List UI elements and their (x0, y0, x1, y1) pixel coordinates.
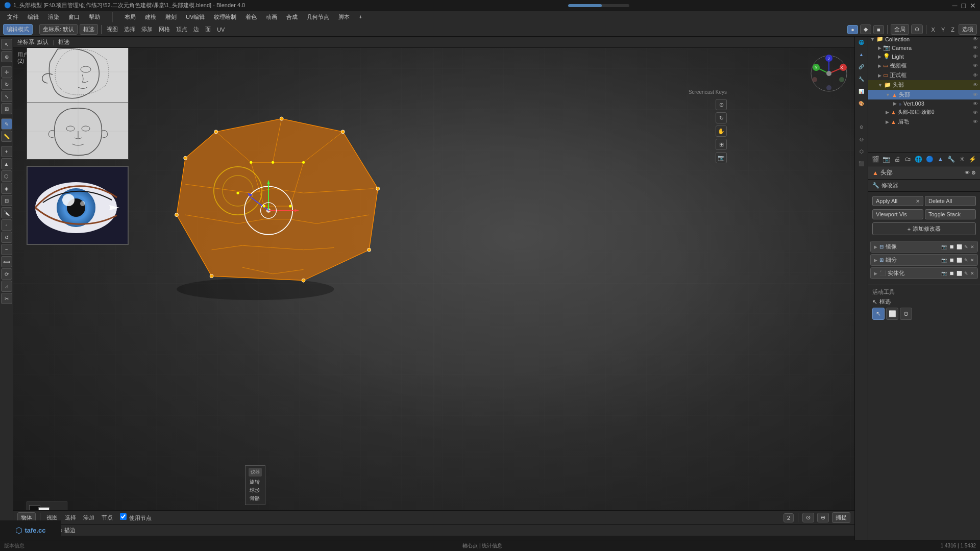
tree-item-head-neck[interactable]: ▶ ▲ 头部-加细·颈部0 👁 (868, 108, 980, 117)
workspace-uv[interactable]: UV编辑 (182, 12, 209, 22)
menu-help[interactable]: 帮助 (85, 12, 104, 22)
object-props-btn[interactable]: ▲ (935, 154, 945, 165)
subdiv-viewport-icon[interactable]: ⬜ (957, 258, 962, 263)
mirror-render-icon[interactable]: 🔲 (949, 244, 954, 249)
viewport-vis-btn[interactable]: Viewport Vis (872, 209, 923, 219)
eye-icon-camera[interactable]: 👁 (973, 45, 978, 51)
workspace-scripting[interactable]: 脚本 (334, 12, 354, 22)
tool-box-select-btn[interactable]: ⬜ (886, 308, 898, 320)
coord-system-btn[interactable]: 坐标系: 默认 (39, 24, 78, 35)
subdiv-render-icon[interactable]: 🔲 (949, 258, 954, 263)
global-transform-btn[interactable]: 全局 (891, 24, 909, 35)
face-select-mode[interactable]: ■ (873, 25, 884, 34)
obj-options-icon[interactable]: ⚙ (971, 170, 976, 176)
workspace-geometry-nodes[interactable]: 几何节点 (303, 12, 333, 22)
mesh-menu-btn[interactable]: 网格 (157, 24, 172, 34)
subdiv-cam-icon[interactable]: 📷 (941, 258, 947, 263)
measure-tool[interactable]: 📏 (1, 131, 12, 142)
popup-item-2[interactable]: 球形 (249, 486, 262, 494)
mirror-delete-icon[interactable]: ✕ (970, 244, 974, 249)
display-mode-btn[interactable]: ⬛ (856, 158, 867, 169)
eye-icon-head-neck[interactable]: 👁 (973, 110, 978, 115)
view-menu-btn[interactable]: 视图 (105, 24, 120, 34)
toggle-stack-btn[interactable]: Toggle Stack (925, 209, 976, 219)
add-modifier-btn[interactable]: + 添加修改器 (872, 222, 976, 235)
tree-item-camera[interactable]: ▶ 📷 Camera 👁 (868, 43, 980, 52)
bt-add-btn[interactable]: 添加 (81, 513, 96, 522)
transform-tool[interactable]: ⊞ (1, 103, 12, 114)
tree-item-head-folder[interactable]: ▼ 📁 头部 👁 (868, 80, 980, 90)
delete-all-btn[interactable]: Delete All (925, 196, 976, 206)
workspace-shading[interactable]: 着色 (241, 12, 261, 22)
menu-edit[interactable]: 编辑 (23, 12, 43, 22)
snap-toggle[interactable]: ⊙ (802, 513, 814, 522)
overlay-btn[interactable]: ◎ (856, 134, 867, 145)
eye-icon-vert003[interactable]: 👁 (973, 101, 978, 107)
popup-item-1[interactable]: 旋转 (249, 478, 262, 486)
object-icon-btn[interactable]: ▲ (856, 49, 867, 60)
workspace-add[interactable]: + (355, 13, 366, 21)
eye-icon-video[interactable]: 👁 (973, 63, 978, 68)
bevel-tool[interactable]: ◈ (1, 183, 12, 194)
viewport-3d[interactable]: 用户透视 (2) 头部 X Y Z (13, 48, 854, 519)
output-props-btn[interactable]: 🖨 (892, 154, 902, 165)
edge-select-mode[interactable]: ◆ (860, 24, 871, 34)
mirror-edit-icon[interactable]: ✎ (964, 244, 968, 249)
scene-settings-btn[interactable]: 🌐 (914, 154, 924, 165)
vertex-select-mode[interactable]: ● (847, 25, 858, 34)
shrink-tool[interactable]: ⟳ (1, 268, 12, 280)
tree-item-light[interactable]: ▶ 💡 Light 👁 (868, 52, 980, 61)
apply-all-btn[interactable]: Apply All ✕ (872, 196, 923, 206)
smooth-tool[interactable]: ~ (1, 244, 12, 255)
view-layer-btn[interactable]: 🗂 (903, 154, 913, 165)
cursor-tool[interactable]: ⊕ (1, 51, 12, 62)
solidify-edit-icon[interactable]: ✎ (964, 271, 968, 276)
bt-node-btn[interactable]: 节点 (100, 513, 115, 522)
bt-use-vertex-btn[interactable]: 使用节点 (118, 512, 154, 523)
spin-tool[interactable]: ↺ (1, 232, 12, 243)
loop-cut-tool[interactable]: ⊟ (1, 195, 12, 206)
mirror-viewport-icon[interactable]: ⬜ (957, 244, 962, 249)
minimize-btn[interactable]: ─ (952, 2, 958, 10)
menu-window[interactable]: 窗口 (64, 12, 84, 22)
rotate-view-btn[interactable]: ↻ (716, 112, 727, 123)
modifier-icon-btn[interactable]: 🔧 (856, 73, 867, 85)
uv-menu-btn[interactable]: UV (215, 26, 227, 34)
subdiv-edit-icon[interactable]: ✎ (964, 258, 968, 263)
annotate-tool[interactable]: ✎ (1, 118, 12, 130)
add-mesh-tool[interactable]: + (1, 146, 12, 157)
tree-item-video[interactable]: ▶ ▭ 视频框 👁 (868, 61, 980, 70)
eye-icon-ortho[interactable]: 👁 (973, 72, 978, 78)
subdiv-delete-icon[interactable]: ✕ (970, 258, 974, 263)
workspace-sculpt[interactable]: 雕刻 (161, 12, 181, 22)
vertex-menu-btn[interactable]: 顶点 (174, 24, 189, 34)
workspace-texture[interactable]: 纹理绘制 (210, 12, 240, 22)
tool-lasso-btn[interactable]: ⊙ (900, 308, 912, 320)
knife-tool[interactable]: 🔪 (1, 207, 12, 218)
solidify-viewport-icon[interactable]: ⬜ (957, 271, 962, 276)
select-menu-btn[interactable]: 选择 (122, 24, 137, 34)
close-btn[interactable]: ✕ (970, 2, 976, 10)
mirror-cam-icon[interactable]: 📷 (941, 244, 947, 249)
workspace-animation[interactable]: 动画 (262, 12, 281, 22)
pan-view-btn[interactable]: ✋ (716, 126, 727, 137)
render-props-btn[interactable]: 📷 (881, 154, 891, 165)
bt-select-btn[interactable]: 选择 (63, 513, 78, 522)
scene-props-btn[interactable]: 🎬 (870, 154, 880, 165)
maximize-btn[interactable]: □ (962, 2, 966, 10)
modifier-subdivision-header[interactable]: ▶ ⊞ 细分 📷 🔲 ⬜ ✎ ✕ (871, 255, 977, 265)
edit-mode-btn[interactable]: 编辑模式 (3, 24, 33, 35)
edge-menu-btn[interactable]: 边 (191, 24, 201, 34)
y-axis-btn[interactable]: Y (939, 26, 947, 34)
workspace-layout[interactable]: 布局 (120, 12, 140, 22)
zoom-fit-btn[interactable]: ⊙ (716, 99, 727, 110)
proportional-toggle[interactable]: ⊕ (817, 513, 829, 522)
rotate-tool[interactable]: ↻ (1, 79, 12, 90)
x-axis-btn[interactable]: X (929, 26, 937, 34)
snap-settings-btn[interactable]: ⊙ (856, 121, 867, 133)
tree-item-head-mesh[interactable]: ▼ ▲ 头部 👁 (868, 90, 980, 99)
menu-render[interactable]: 渲染 (44, 12, 63, 22)
tree-item-eyebrow[interactable]: ▶ ▲ 眉毛 👁 (868, 117, 980, 127)
material-icon-btn[interactable]: 🎨 (856, 98, 867, 109)
pivot-btn[interactable]: 框选 (80, 24, 98, 35)
